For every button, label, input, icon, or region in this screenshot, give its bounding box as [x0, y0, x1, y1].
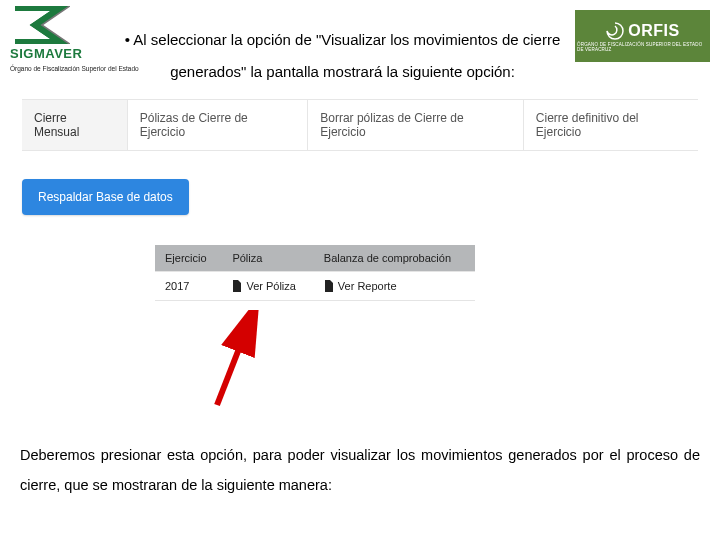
col-balanza: Balanza de comprobación — [314, 245, 475, 272]
orfis-subtitle: ÓRGANO DE FISCALIZACIÓN SUPERIOR DEL EST… — [577, 42, 708, 52]
red-arrow-annotation — [207, 310, 267, 410]
orfis-text: ORFIS — [628, 22, 679, 40]
ver-reporte-link[interactable]: Ver Reporte — [324, 280, 465, 292]
tab-bar: Cierre Mensual Pólizas de Cierre de Ejer… — [22, 100, 698, 150]
orfis-logo: ORFIS ÓRGANO DE FISCALIZACIÓN SUPERIOR D… — [575, 10, 710, 62]
document-icon — [324, 280, 334, 292]
tab-cierre-mensual[interactable]: Cierre Mensual — [22, 100, 128, 150]
orfis-swirl-icon — [605, 21, 625, 41]
col-ejercicio: Ejercicio — [155, 245, 222, 272]
organo-text: Órgano de Fiscalización Superior del Est… — [10, 65, 110, 72]
instruction-text: • Al seleccionar la opción de "Visualiza… — [118, 6, 567, 87]
document-icon — [232, 280, 242, 292]
backup-button[interactable]: Respaldar Base de datos — [22, 179, 189, 215]
table-row: 2017 Ver Póliza Ver Reporte — [155, 272, 475, 301]
ver-poliza-label: Ver Póliza — [246, 280, 296, 292]
sigmaver-logo: SIGMAVER Órgano de Fiscalización Superio… — [10, 6, 110, 72]
svg-line-0 — [217, 318, 251, 405]
footer-instruction: Deberemos presionar esta opción, para po… — [20, 440, 700, 501]
col-poliza: Póliza — [222, 245, 313, 272]
ver-reporte-label: Ver Reporte — [338, 280, 397, 292]
cell-year: 2017 — [155, 272, 222, 301]
tab-borrar-polizas[interactable]: Borrar pólizas de Cierre de Ejercicio — [308, 100, 524, 150]
sigma-icon — [10, 6, 70, 44]
ver-poliza-link[interactable]: Ver Póliza — [232, 280, 303, 292]
table-header-row: Ejercicio Póliza Balanza de comprobación — [155, 245, 475, 272]
sigmaver-text: SIGMAVER — [10, 46, 82, 61]
app-screenshot: Cierre Mensual Pólizas de Cierre de Ejer… — [22, 99, 698, 151]
movements-table: Ejercicio Póliza Balanza de comprobación… — [155, 245, 475, 301]
tab-polizas-cierre[interactable]: Pólizas de Cierre de Ejercicio — [128, 100, 309, 150]
tab-cierre-definitivo[interactable]: Cierre definitivo del Ejercicio — [524, 100, 698, 150]
